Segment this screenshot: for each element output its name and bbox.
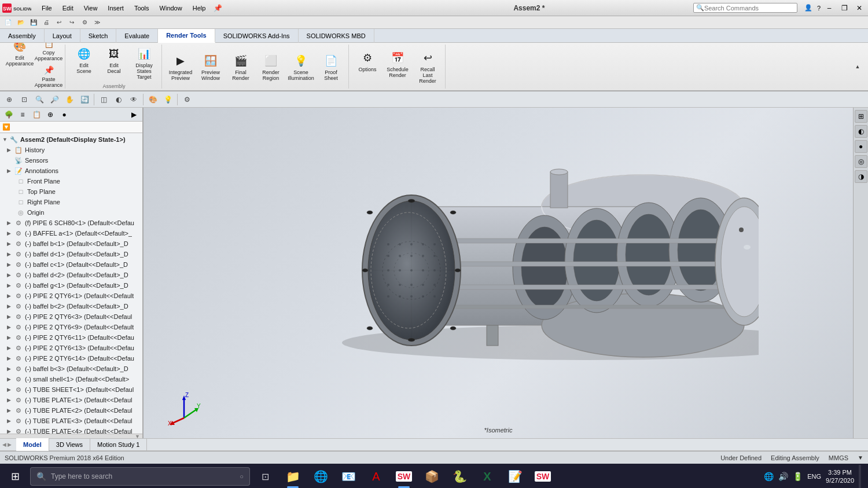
new-button[interactable]: 📄 [2, 17, 14, 28]
preview-window-button[interactable]: 🪟 PreviewWindow [197, 51, 225, 82]
menu-file[interactable]: File [37, 3, 57, 13]
scroll-arrow-down[interactable]: ▼ [135, 434, 140, 439]
tree-item-baffel-g1[interactable]: ▶ ⚙ (-) baffel g<1> (Default<<Default>_D [0, 280, 142, 291]
tree-item-right-plane[interactable]: □ Right Plane [0, 197, 142, 207]
scenes-lights-cameras[interactable]: 💡 [161, 93, 175, 107]
tab-sketch[interactable]: Sketch [80, 29, 117, 43]
tree-properties-button[interactable]: ≡ [16, 109, 29, 120]
view-orient-button[interactable]: ⊕ [2, 93, 16, 107]
tree-config-button[interactable]: 📋 [30, 109, 43, 120]
command-search-input[interactable] [704, 5, 791, 12]
tree-display-states-button[interactable]: ● [58, 109, 71, 120]
rp-button-1[interactable]: ⊞ [855, 110, 867, 123]
menu-view[interactable]: View [79, 3, 102, 13]
rp-button-4[interactable]: ◎ [855, 155, 867, 168]
rp-button-5[interactable]: ◑ [855, 170, 867, 183]
rp-button-2[interactable]: ◐ [855, 125, 867, 138]
tab-mbd[interactable]: SOLIDWORKS MBD [299, 29, 374, 43]
tree-item-baffel-c1[interactable]: ▶ ⚙ (-) baffel c<1> (Default<<Default>_D [0, 259, 142, 270]
options-button[interactable]: ⚙ [79, 17, 90, 28]
tab-scroll-right[interactable]: ▶ [8, 442, 12, 447]
view-zoom-in-button[interactable]: 🔎 [47, 93, 61, 107]
tree-item-pipe2-qty6-1[interactable]: ▶ ⚙ (-) PIPE 2 QTY6<1> (Default<<Default [0, 291, 142, 301]
tab-evaluate[interactable]: Evaluate [116, 29, 158, 43]
edit-decal-button[interactable]: 🖼 EditDecal [100, 44, 128, 75]
view-display-style-button[interactable]: ◐ [112, 93, 126, 107]
taskbar-app-misc1[interactable]: 📦 [419, 464, 444, 488]
taskbar-app-misc2[interactable]: 🐍 [447, 464, 472, 488]
redo-button[interactable]: ↪ [66, 17, 78, 28]
taskbar-app-chrome[interactable]: 🌐 [308, 464, 333, 488]
undo-button[interactable]: ↩ [53, 17, 65, 28]
expand-button[interactable]: ≫ [91, 17, 103, 28]
tree-item-pipe2-qty6-11[interactable]: ▶ ⚙ (-) PIPE 2 QTY6<11> (Default<<Defau [0, 332, 142, 343]
tree-item-pipe6[interactable]: ▶ ⚙ (f) PIPE 6 SCH80<1> (Default<<Defau [0, 218, 142, 228]
appearance-button-view[interactable]: 🎨 [146, 93, 160, 107]
close-button[interactable]: ✕ [853, 2, 866, 14]
show-desktop-button[interactable] [859, 465, 861, 488]
scene-illumination-button[interactable]: 💡 Scene Illumination [287, 51, 315, 82]
collapse-ribbon-button[interactable]: ▲ [852, 61, 863, 72]
taskbar-app-misc4[interactable]: SW [530, 464, 556, 488]
tab-motion-study[interactable]: Motion Study 1 [90, 438, 147, 451]
tree-root-item[interactable]: ▼ 🔧 Assem2 (Default<Display State-1>) [0, 134, 142, 145]
rp-button-3[interactable]: ● [855, 140, 867, 153]
recall-last-render-button[interactable]: ↩ Recall LastRender [414, 48, 442, 85]
tree-content[interactable]: ▼ 🔧 Assem2 (Default<Display State-1>) ▶ … [0, 133, 142, 434]
tree-item-small-shell[interactable]: ▶ ⚙ (-) small shell<1> (Default<<Default… [0, 374, 142, 384]
print-button[interactable]: 🖨 [41, 17, 52, 28]
tree-item-pipe2-qty6-3[interactable]: ▶ ⚙ (-) PIPE 2 QTY6<3> (Default<<Defaul [0, 311, 142, 322]
final-render-button[interactable]: 🎬 FinalRender [227, 51, 255, 82]
tree-item-pipe2-qty6-14[interactable]: ▶ ⚙ (-) PIPE 2 QTY6<14> (Default<<Defau [0, 353, 142, 364]
view-section-cut-button[interactable]: ◫ [97, 93, 111, 107]
render-region-button[interactable]: ⬜ RenderRegion [257, 51, 285, 82]
tree-item-front-plane[interactable]: □ Front Plane [0, 176, 142, 186]
edit-appearance-button[interactable]: 🎨 EditAppearance [6, 43, 34, 68]
tree-item-baffel-b3[interactable]: ▶ ⚙ (-) baffel b<3> (Default<<Default>_D [0, 364, 142, 374]
tree-item-baffel-a1[interactable]: ▶ ⚙ (-) BAFFEL a<1> (Default<<Default>_ [0, 228, 142, 239]
view-hide-show-button[interactable]: 👁 [127, 93, 141, 107]
tree-item-tube-plate-1[interactable]: ▶ ⚙ (-) TUBE PLATE<1> (Default<<Defaul [0, 395, 142, 405]
taskbar-app-excel[interactable]: X [475, 464, 500, 488]
paste-appearance-button[interactable]: 📌 PasteAppearance [36, 63, 61, 89]
tree-dimentions-button[interactable]: ⊕ [44, 109, 57, 120]
menu-insert[interactable]: Insert [103, 3, 128, 13]
tree-item-baffel-d1[interactable]: ▶ ⚙ (-) baffel d<1> (Default<<Default>_D [0, 249, 142, 259]
tree-item-tube-plate-4[interactable]: ▶ ⚙ (-) TUBE PLATE<4> (Default<<Defaul [0, 426, 142, 434]
minimize-button[interactable]: – [823, 2, 836, 14]
tree-item-baffel-b1[interactable]: ▶ ⚙ (-) baffel b<1> (Default<<Default>_D [0, 239, 142, 249]
taskbar-app-explorer[interactable]: 📁 [280, 464, 306, 488]
tab-layout[interactable]: Layout [45, 29, 80, 43]
tree-item-pipe2-qty6-9[interactable]: ▶ ⚙ (-) PIPE 2 QTY6<9> (Default<<Default [0, 322, 142, 332]
menu-tools[interactable]: Tools [130, 3, 154, 13]
tree-item-annotations[interactable]: ▶ 📝 Annotations [0, 166, 142, 176]
save-button[interactable]: 💾 [28, 17, 39, 28]
taskbar-app-misc3[interactable]: 📝 [502, 464, 528, 488]
taskbar-app-solidworks[interactable]: SW [391, 464, 417, 488]
taskbar-search-box[interactable]: 🔍 Type here to search ○ [30, 467, 250, 486]
tree-item-baffel-b2[interactable]: ▶ ⚙ (-) baffel b<2> (Default<<Default>_D [0, 301, 142, 311]
tab-addins[interactable]: SOLIDWORKS Add-Ins [215, 29, 299, 43]
view-settings-button[interactable]: ⚙ [180, 93, 194, 107]
tab-render-tools[interactable]: Render Tools [158, 29, 215, 43]
restore-button[interactable]: ❐ [838, 2, 851, 14]
menu-window[interactable]: Window [155, 3, 187, 13]
tree-item-pipe2-qty6-13[interactable]: ▶ ⚙ (-) PIPE 2 QTY6<13> (Default<<Defau [0, 343, 142, 353]
tree-item-tube-sheet[interactable]: ▶ ⚙ (-) TUBE SHEET<1> (Default<<Defaul [0, 384, 142, 395]
tree-item-top-plane[interactable]: □ Top Plane [0, 186, 142, 197]
view-zoom-fit-button[interactable]: ⊡ [17, 93, 31, 107]
help-icon[interactable]: ? [817, 5, 821, 12]
integrated-preview-button[interactable]: ▶ IntegratedPreview [167, 51, 194, 82]
view-zoom-area-button[interactable]: 🔍 [32, 93, 46, 107]
menu-help[interactable]: Help [188, 3, 211, 13]
view-pan-button[interactable]: ✋ [62, 93, 76, 107]
tab-model[interactable]: Model [16, 438, 49, 451]
tab-3d-views[interactable]: 3D Views [49, 438, 90, 451]
menu-edit[interactable]: Edit [58, 3, 78, 13]
edit-scene-button[interactable]: 🌐 EditScene [70, 44, 98, 75]
tree-item-baffel-d2[interactable]: ▶ ⚙ (-) baffel d<2> (Default<<Default>_D [0, 270, 142, 280]
tree-item-history[interactable]: ▶ 📋 History [0, 145, 142, 155]
tree-featuremanager-button[interactable]: 🌳 [2, 109, 15, 120]
viewport[interactable]: *Isometric Z Y X [144, 108, 853, 438]
tree-item-tube-plate-2[interactable]: ▶ ⚙ (-) TUBE PLATE<2> (Default<<Defaul [0, 405, 142, 416]
